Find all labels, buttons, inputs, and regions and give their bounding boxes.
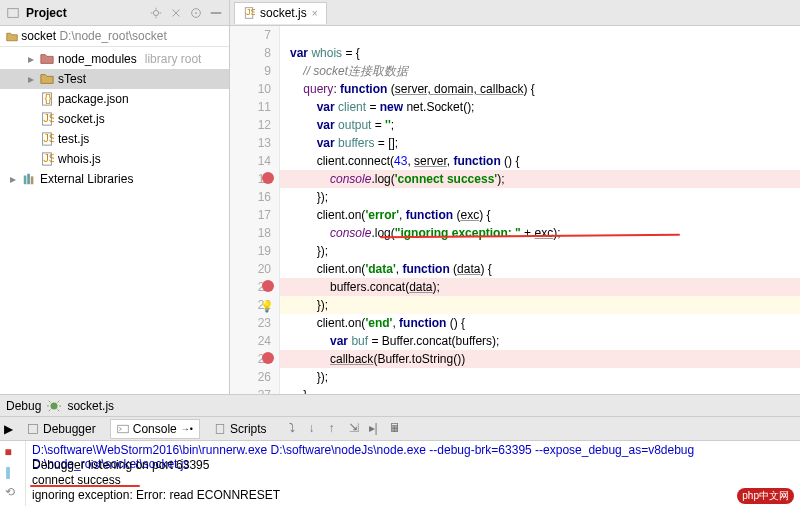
js-file-icon: JS bbox=[243, 7, 255, 19]
scripts-icon bbox=[214, 423, 226, 435]
project-header: Project bbox=[0, 0, 229, 26]
tree-item-node-modules[interactable]: ▸ node_modules library root bbox=[0, 49, 229, 69]
line-number: 23 bbox=[230, 314, 271, 332]
console-line: connect success bbox=[32, 473, 794, 488]
code-content[interactable]: var whois = { // socket连接取数据 query: func… bbox=[280, 26, 800, 394]
project-tree: ▸ node_modules library root ▸ sTest {} p… bbox=[0, 47, 229, 191]
project-sidebar: Project socket D:\node_root\socket ▸ nod… bbox=[0, 0, 230, 394]
tree-item-whois-js[interactable]: JS whois.js bbox=[0, 149, 229, 169]
tab-debugger[interactable]: Debugger bbox=[21, 420, 102, 438]
step-into-icon[interactable]: ↓ bbox=[309, 421, 325, 437]
debugger-icon bbox=[27, 423, 39, 435]
svg-text:JS: JS bbox=[246, 7, 255, 17]
line-number: 14 bbox=[230, 152, 271, 170]
force-step-icon[interactable]: ⇲ bbox=[349, 421, 365, 437]
svg-rect-0 bbox=[8, 8, 19, 17]
tree-label: test.js bbox=[58, 132, 89, 146]
settings-icon[interactable] bbox=[149, 6, 163, 20]
console-line: D:\software\WebStorm2016\bin\runnerw.exe… bbox=[32, 443, 794, 458]
step-out-icon[interactable]: ↑ bbox=[329, 421, 345, 437]
tree-label: package.json bbox=[58, 92, 129, 106]
line-number[interactable]: 21 bbox=[230, 278, 271, 296]
console-line: Debugger listening on port 63395 bbox=[32, 458, 794, 473]
pin-icon[interactable]: →• bbox=[181, 424, 193, 434]
debug-toolbar: ⤵ ↓ ↑ ⇲ ▸| 🖩 bbox=[289, 421, 405, 437]
svg-text:{}: {} bbox=[44, 92, 52, 104]
library-icon bbox=[22, 172, 36, 186]
line-number[interactable]: 15 bbox=[230, 170, 271, 188]
line-number: 20 bbox=[230, 260, 271, 278]
line-number: 19 bbox=[230, 242, 271, 260]
svg-text:JS: JS bbox=[44, 112, 55, 124]
line-number: 9 bbox=[230, 62, 271, 80]
line-number: 7 bbox=[230, 26, 271, 44]
breakpoint-icon[interactable] bbox=[262, 280, 274, 292]
gutter[interactable]: 7 8 9 10 11 12 13 14 15 16 17 18 19 20 2… bbox=[230, 26, 280, 394]
line-number: 8 bbox=[230, 44, 271, 62]
intent-bulb-icon[interactable]: 💡 bbox=[260, 297, 274, 315]
console-line: ignoring exception: Error: read ECONNRES… bbox=[32, 488, 794, 503]
editor-tabs: JS socket.js × bbox=[230, 0, 800, 26]
tree-item-stest[interactable]: ▸ sTest bbox=[0, 69, 229, 89]
line-number: 27 bbox=[230, 386, 271, 394]
debug-label: Debug bbox=[6, 399, 41, 413]
console-output: ■ ‖ ⟲ D:\software\WebStorm2016\bin\runne… bbox=[0, 441, 800, 506]
line-number: 12 bbox=[230, 116, 271, 134]
expand-arrow-icon[interactable]: ▸ bbox=[28, 72, 36, 86]
close-icon[interactable]: × bbox=[312, 8, 318, 19]
svg-rect-21 bbox=[216, 424, 224, 433]
root-name: socket bbox=[21, 29, 56, 43]
line-number: 26 bbox=[230, 368, 271, 386]
collapse-icon[interactable] bbox=[169, 6, 183, 20]
tree-hint: library root bbox=[145, 52, 202, 66]
target-icon[interactable] bbox=[189, 6, 203, 20]
code-area[interactable]: 7 8 9 10 11 12 13 14 15 16 17 18 19 20 2… bbox=[230, 26, 800, 394]
code-editor: JS socket.js × 7 8 9 10 11 12 13 14 15 1… bbox=[230, 0, 800, 394]
svg-text:JS: JS bbox=[44, 152, 55, 164]
stop-icon[interactable]: ■ bbox=[5, 445, 21, 461]
debug-tabs: ▶ Debugger Console →• Scripts ⤵ ↓ ↑ ⇲ ▸|… bbox=[0, 417, 800, 441]
console-side-buttons: ■ ‖ ⟲ bbox=[0, 441, 26, 506]
folder-icon bbox=[6, 31, 18, 43]
expand-arrow-icon[interactable]: ▸ bbox=[10, 172, 18, 186]
debug-panel: ▶ Debugger Console →• Scripts ⤵ ↓ ↑ ⇲ ▸|… bbox=[0, 416, 800, 506]
tree-item-test-js[interactable]: JS test.js bbox=[0, 129, 229, 149]
debug-target: socket.js bbox=[67, 399, 114, 413]
restart-icon[interactable]: ⟲ bbox=[5, 485, 21, 501]
tab-console[interactable]: Console →• bbox=[110, 419, 200, 439]
line-number: 16 bbox=[230, 188, 271, 206]
svg-rect-4 bbox=[211, 12, 222, 14]
project-icon bbox=[6, 6, 20, 20]
svg-rect-19 bbox=[29, 424, 38, 433]
folder-icon bbox=[40, 72, 54, 86]
svg-rect-13 bbox=[24, 176, 27, 185]
tab-scripts[interactable]: Scripts bbox=[208, 420, 273, 438]
line-number: 13 bbox=[230, 134, 271, 152]
tree-label: node_modules bbox=[58, 52, 137, 66]
project-root[interactable]: socket D:\node_root\socket bbox=[0, 26, 229, 47]
annotation-underline bbox=[30, 485, 140, 487]
tree-item-socket-js[interactable]: JS socket.js bbox=[0, 109, 229, 129]
tree-label: whois.js bbox=[58, 152, 101, 166]
svg-text:JS: JS bbox=[44, 132, 55, 144]
json-file-icon: {} bbox=[40, 92, 54, 106]
eval-icon[interactable]: 🖩 bbox=[389, 421, 405, 437]
breakpoint-icon[interactable] bbox=[262, 172, 274, 184]
console-text[interactable]: D:\software\WebStorm2016\bin\runnerw.exe… bbox=[26, 441, 800, 506]
tree-item-external-libs[interactable]: ▸ External Libraries bbox=[0, 169, 229, 189]
pause-icon[interactable]: ‖ bbox=[5, 465, 21, 481]
hide-icon[interactable] bbox=[209, 6, 223, 20]
bug-icon bbox=[47, 399, 61, 413]
line-number[interactable]: 25 bbox=[230, 350, 271, 368]
step-over-icon[interactable]: ⤵ bbox=[289, 421, 305, 437]
breakpoint-icon[interactable] bbox=[262, 352, 274, 364]
svg-point-1 bbox=[153, 10, 158, 15]
svg-point-3 bbox=[195, 12, 197, 14]
run-cursor-icon[interactable]: ▸| bbox=[369, 421, 385, 437]
tree-item-package-json[interactable]: {} package.json bbox=[0, 89, 229, 109]
expand-arrow-icon[interactable]: ▸ bbox=[28, 52, 36, 66]
editor-tab-socket[interactable]: JS socket.js × bbox=[234, 2, 327, 24]
rerun-icon[interactable]: ▶ bbox=[4, 422, 13, 436]
folder-icon bbox=[40, 52, 54, 66]
tree-label: External Libraries bbox=[40, 172, 133, 186]
